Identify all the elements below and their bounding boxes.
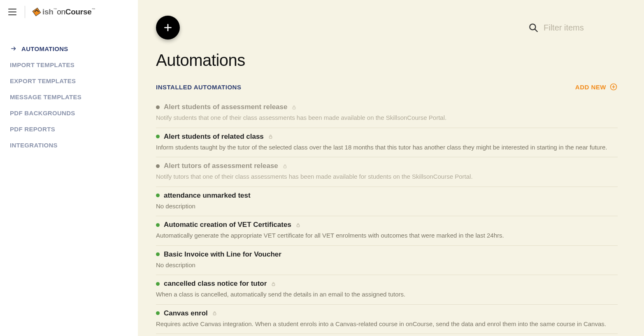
lock-icon [295,222,301,228]
main-content: Automations INSTALLED AUTOMATIONS ADD NE… [138,0,644,336]
automations-list[interactable]: Alert students of assessment releaseNoti… [156,98,626,336]
lock-icon [271,281,276,287]
plus-icon [163,22,173,33]
automation-item[interactable]: Alert students of assessment releaseNoti… [156,98,618,128]
automation-item-head: Basic Invoice with Line for Voucher [156,250,618,259]
automation-item-head: attendance unmarked test [156,191,618,200]
status-dot-active-icon [156,311,160,315]
automation-title: Canvas enrol [164,309,208,317]
nav-item-label: INTEGRATIONS [10,142,58,149]
svg-rect-3 [269,136,272,138]
add-new-button[interactable]: ADD NEW [575,83,618,91]
automation-item-head: Alert tutors of assessment release [156,162,618,170]
status-dot-active-icon [156,282,160,286]
status-dot-active-icon [156,223,160,227]
logo-text: ish™onCourse™ [42,7,95,16]
automation-title: cancelled class notice for tutor [164,280,267,288]
nav-item-pdf-backgrounds[interactable]: PDF BACKGROUNDS [10,105,128,121]
automation-title: Alert tutors of assessment release [164,162,278,170]
search-container [528,22,626,33]
nav-item-message-templates[interactable]: MESSAGE TEMPLATES [10,89,128,105]
section-title: INSTALLED AUTOMATIONS [156,84,241,91]
automation-description: Notify tutors that one of their class as… [156,172,618,182]
svg-rect-2 [293,107,296,109]
svg-rect-4 [284,166,286,168]
nav-item-label: PDF BACKGROUNDS [10,110,75,117]
nav-item-label: PDF REPORTS [10,126,55,133]
divider [25,6,25,18]
automation-item[interactable]: Alert students of related classInform st… [156,128,618,158]
status-dot-inactive-icon [156,164,160,168]
hamburger-icon[interactable] [8,7,18,17]
lock-icon [282,163,288,169]
automation-item[interactable]: Canvas enrolRequires active Canvas integ… [156,305,618,334]
status-dot-inactive-icon [156,105,160,109]
lock-icon [268,134,273,139]
add-fab-button[interactable] [156,16,180,40]
nav-item-integrations[interactable]: INTEGRATIONS [10,137,128,153]
automation-item-head: Automatic creation of VET Certificates [156,221,618,229]
lock-icon [291,105,297,110]
automation-item[interactable]: Check critical emails sentPOPULARRuns da… [156,334,618,336]
automation-title: Alert students of related class [164,133,264,141]
add-new-label: ADD NEW [575,84,606,91]
sidebar: ish™onCourse™ AUTOMATIONSIMPORT TEMPLATE… [0,0,138,336]
svg-rect-6 [272,283,275,285]
automation-title: Basic Invoice with Line for Voucher [164,250,281,259]
automation-item[interactable]: Alert tutors of assessment releaseNotify… [156,157,618,187]
plus-circle-icon [609,83,618,91]
nav-item-label: MESSAGE TEMPLATES [10,93,81,100]
status-dot-active-icon [156,194,160,197]
automation-title: Automatic creation of VET Certificates [164,221,291,229]
automation-description: Requires active Canvas integration. When… [156,320,618,329]
automation-item-head: cancelled class notice for tutor [156,280,618,288]
automation-item[interactable]: attendance unmarked testNo description [156,187,618,217]
logo-mark-icon [32,7,42,17]
automation-item-head: Alert students of related class [156,133,618,141]
automation-description: No description [156,202,618,211]
status-dot-active-icon [156,252,160,256]
svg-rect-5 [297,224,300,226]
automation-description: Notify students that one of their class … [156,113,618,123]
status-dot-active-icon [156,135,160,138]
nav-item-label: AUTOMATIONS [21,45,68,52]
nav-item-automations[interactable]: AUTOMATIONS [10,40,128,57]
nav-item-import-templates[interactable]: IMPORT TEMPLATES [10,57,128,73]
search-input[interactable] [544,23,626,33]
automation-item[interactable]: Basic Invoice with Line for VoucherNo de… [156,246,618,275]
nav-item-label: EXPORT TEMPLATES [10,77,76,84]
automation-description: Automatically generate the appropriate V… [156,231,618,240]
svg-rect-7 [213,313,216,315]
sidebar-nav: AUTOMATIONSIMPORT TEMPLATESEXPORT TEMPLA… [0,24,138,153]
automation-item-head: Alert students of assessment release [156,103,618,111]
automation-description: Inform students taught by the tutor of t… [156,143,618,152]
page-title: Automations [156,51,626,70]
automation-description: No description [156,261,618,270]
automation-title: attendance unmarked test [164,191,251,200]
nav-item-label: IMPORT TEMPLATES [10,61,74,68]
automation-item-head: Canvas enrol [156,309,618,317]
automation-item[interactable]: Automatic creation of VET CertificatesAu… [156,216,618,246]
nav-item-export-templates[interactable]: EXPORT TEMPLATES [10,73,128,89]
section-header: INSTALLED AUTOMATIONS ADD NEW [156,83,626,91]
sidebar-header: ish™onCourse™ [0,0,138,24]
top-bar [156,16,626,40]
search-icon[interactable] [528,22,539,33]
lock-icon [212,310,217,316]
nav-item-pdf-reports[interactable]: PDF REPORTS [10,121,128,137]
logo[interactable]: ish™onCourse™ [32,7,95,17]
arrow-right-icon [10,45,17,52]
automation-title: Alert students of assessment release [164,103,287,111]
automation-description: When a class is cancelled, automatically… [156,290,618,299]
automation-item[interactable]: cancelled class notice for tutorWhen a c… [156,275,618,305]
